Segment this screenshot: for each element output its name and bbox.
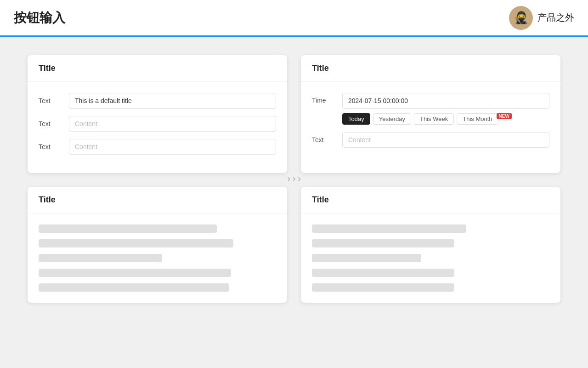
header: 按钮输入 🥷 产品之外 (0, 0, 588, 37)
form-label-2: Text (39, 120, 62, 127)
time-section: Time Today Yesterday This Week This Mont… (312, 93, 549, 125)
card3-title: Title (39, 195, 56, 204)
card1-title: Title (39, 63, 56, 73)
btn-this-month[interactable]: This Month (457, 113, 498, 125)
arrow-3: › (298, 173, 301, 185)
card3-header: Title (28, 187, 287, 213)
page-title: 按钮输入 (14, 9, 65, 27)
new-badge: NEW (497, 113, 512, 119)
avatar-emoji: 🥷 (514, 11, 528, 25)
card4-title: Title (312, 195, 329, 204)
btn-this-month-wrapper: This Month NEW (457, 113, 512, 125)
card2-text-input[interactable] (342, 132, 549, 148)
card2-title: Title (312, 63, 329, 73)
skeleton-bar-4 (39, 269, 231, 277)
brand-name: 产品之外 (537, 12, 574, 24)
time-label: Time (312, 93, 335, 104)
arrow-1: › (287, 173, 290, 185)
card4-header: Title (301, 187, 560, 213)
card3-body (28, 213, 287, 303)
time-input[interactable] (342, 93, 549, 109)
form-row-3: Text (39, 139, 276, 155)
card2-text-row: Text (312, 132, 549, 148)
avatar: 🥷 (509, 6, 533, 30)
skeleton-bar-5 (39, 283, 229, 292)
card-bottom-right: Title (301, 187, 560, 303)
form-label-1: Text (39, 97, 62, 104)
skeleton-bar-r4 (312, 269, 454, 277)
btn-yesterday[interactable]: Yesterday (373, 113, 411, 125)
form-input-3[interactable] (69, 139, 276, 155)
quick-buttons: Today Yesterday This Week This Month NEW (342, 113, 549, 125)
skeleton-bar-r1 (312, 224, 466, 233)
btn-this-week[interactable]: This Week (414, 113, 454, 125)
skeleton-bar-r3 (312, 254, 421, 262)
form-input-1[interactable] (69, 93, 276, 109)
card2-body: Time Today Yesterday This Week This Mont… (301, 82, 560, 166)
main-content: Title Text Text Text Title Time (0, 37, 588, 321)
skeleton-bar-r2 (312, 239, 454, 247)
skeleton-bar-2 (39, 239, 233, 247)
brand-area: 🥷 产品之外 (509, 6, 574, 30)
card4-body (301, 213, 560, 303)
form-row-2: Text (39, 116, 276, 132)
form-input-2[interactable] (69, 116, 276, 132)
arrows-center: › › › (287, 173, 301, 185)
arrow-2: › (292, 173, 295, 185)
skeleton-bar-1 (39, 224, 217, 233)
card2-text-label: Text (312, 136, 335, 144)
card1-body: Text Text Text (28, 82, 287, 173)
form-row-1: Text (39, 93, 276, 109)
card2-header: Title (301, 55, 560, 82)
card-top-left: Title Text Text Text (28, 55, 287, 173)
skeleton-bar-r5 (312, 283, 454, 292)
card-top-right: Title Time Today Yesterday This Week Thi… (301, 55, 560, 173)
card1-header: Title (28, 55, 287, 82)
form-label-3: Text (39, 143, 62, 150)
time-right: Today Yesterday This Week This Month NEW (342, 93, 549, 125)
skeleton-bar-3 (39, 254, 162, 262)
card-bottom-left: Title (28, 187, 287, 303)
btn-today[interactable]: Today (342, 113, 370, 125)
